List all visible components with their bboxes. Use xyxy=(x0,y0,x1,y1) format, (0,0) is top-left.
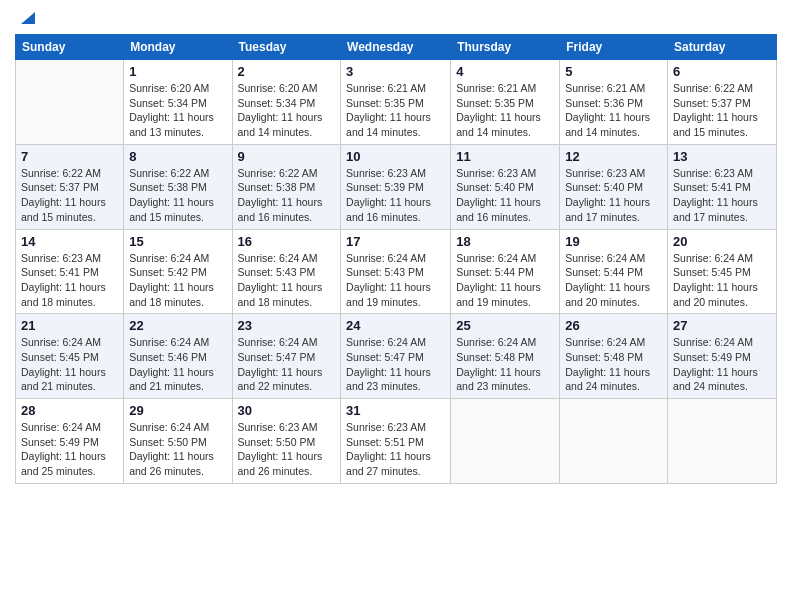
day-cell: 25Sunrise: 6:24 AMSunset: 5:48 PMDayligh… xyxy=(451,314,560,399)
day-cell xyxy=(451,399,560,484)
day-info: Sunrise: 6:24 AMSunset: 5:48 PMDaylight:… xyxy=(565,335,662,394)
day-cell: 12Sunrise: 6:23 AMSunset: 5:40 PMDayligh… xyxy=(560,144,668,229)
day-number: 5 xyxy=(565,64,662,79)
day-info: Sunrise: 6:24 AMSunset: 5:47 PMDaylight:… xyxy=(238,335,336,394)
day-info: Sunrise: 6:21 AMSunset: 5:36 PMDaylight:… xyxy=(565,81,662,140)
day-info: Sunrise: 6:23 AMSunset: 5:40 PMDaylight:… xyxy=(456,166,554,225)
day-cell: 14Sunrise: 6:23 AMSunset: 5:41 PMDayligh… xyxy=(16,229,124,314)
day-number: 9 xyxy=(238,149,336,164)
day-cell: 2Sunrise: 6:20 AMSunset: 5:34 PMDaylight… xyxy=(232,60,341,145)
day-info: Sunrise: 6:24 AMSunset: 5:49 PMDaylight:… xyxy=(673,335,771,394)
week-row-2: 7Sunrise: 6:22 AMSunset: 5:37 PMDaylight… xyxy=(16,144,777,229)
day-info: Sunrise: 6:20 AMSunset: 5:34 PMDaylight:… xyxy=(238,81,336,140)
day-number: 26 xyxy=(565,318,662,333)
header-row: SundayMondayTuesdayWednesdayThursdayFrid… xyxy=(16,35,777,60)
day-number: 28 xyxy=(21,403,118,418)
day-number: 30 xyxy=(238,403,336,418)
day-info: Sunrise: 6:24 AMSunset: 5:44 PMDaylight:… xyxy=(456,251,554,310)
day-info: Sunrise: 6:24 AMSunset: 5:46 PMDaylight:… xyxy=(129,335,226,394)
day-number: 8 xyxy=(129,149,226,164)
day-info: Sunrise: 6:24 AMSunset: 5:44 PMDaylight:… xyxy=(565,251,662,310)
day-number: 29 xyxy=(129,403,226,418)
week-row-3: 14Sunrise: 6:23 AMSunset: 5:41 PMDayligh… xyxy=(16,229,777,314)
day-number: 10 xyxy=(346,149,445,164)
day-number: 11 xyxy=(456,149,554,164)
day-cell: 22Sunrise: 6:24 AMSunset: 5:46 PMDayligh… xyxy=(124,314,232,399)
day-number: 7 xyxy=(21,149,118,164)
day-number: 15 xyxy=(129,234,226,249)
day-info: Sunrise: 6:24 AMSunset: 5:49 PMDaylight:… xyxy=(21,420,118,479)
header-saturday: Saturday xyxy=(668,35,777,60)
day-cell: 13Sunrise: 6:23 AMSunset: 5:41 PMDayligh… xyxy=(668,144,777,229)
day-info: Sunrise: 6:24 AMSunset: 5:50 PMDaylight:… xyxy=(129,420,226,479)
day-cell: 9Sunrise: 6:22 AMSunset: 5:38 PMDaylight… xyxy=(232,144,341,229)
day-number: 1 xyxy=(129,64,226,79)
day-info: Sunrise: 6:22 AMSunset: 5:38 PMDaylight:… xyxy=(129,166,226,225)
day-number: 4 xyxy=(456,64,554,79)
day-number: 21 xyxy=(21,318,118,333)
day-cell: 10Sunrise: 6:23 AMSunset: 5:39 PMDayligh… xyxy=(341,144,451,229)
day-number: 17 xyxy=(346,234,445,249)
day-number: 19 xyxy=(565,234,662,249)
day-cell: 18Sunrise: 6:24 AMSunset: 5:44 PMDayligh… xyxy=(451,229,560,314)
day-info: Sunrise: 6:24 AMSunset: 5:45 PMDaylight:… xyxy=(673,251,771,310)
header-friday: Friday xyxy=(560,35,668,60)
day-info: Sunrise: 6:23 AMSunset: 5:39 PMDaylight:… xyxy=(346,166,445,225)
header-wednesday: Wednesday xyxy=(341,35,451,60)
day-number: 12 xyxy=(565,149,662,164)
day-info: Sunrise: 6:24 AMSunset: 5:42 PMDaylight:… xyxy=(129,251,226,310)
day-info: Sunrise: 6:22 AMSunset: 5:38 PMDaylight:… xyxy=(238,166,336,225)
day-cell: 27Sunrise: 6:24 AMSunset: 5:49 PMDayligh… xyxy=(668,314,777,399)
day-cell xyxy=(560,399,668,484)
svg-marker-0 xyxy=(21,12,35,24)
calendar-table: SundayMondayTuesdayWednesdayThursdayFrid… xyxy=(15,34,777,484)
day-info: Sunrise: 6:20 AMSunset: 5:34 PMDaylight:… xyxy=(129,81,226,140)
header-monday: Monday xyxy=(124,35,232,60)
day-info: Sunrise: 6:24 AMSunset: 5:47 PMDaylight:… xyxy=(346,335,445,394)
week-row-5: 28Sunrise: 6:24 AMSunset: 5:49 PMDayligh… xyxy=(16,399,777,484)
day-cell xyxy=(16,60,124,145)
day-info: Sunrise: 6:23 AMSunset: 5:40 PMDaylight:… xyxy=(565,166,662,225)
day-cell: 28Sunrise: 6:24 AMSunset: 5:49 PMDayligh… xyxy=(16,399,124,484)
day-cell: 3Sunrise: 6:21 AMSunset: 5:35 PMDaylight… xyxy=(341,60,451,145)
day-info: Sunrise: 6:22 AMSunset: 5:37 PMDaylight:… xyxy=(673,81,771,140)
day-cell: 8Sunrise: 6:22 AMSunset: 5:38 PMDaylight… xyxy=(124,144,232,229)
header-thursday: Thursday xyxy=(451,35,560,60)
day-cell: 5Sunrise: 6:21 AMSunset: 5:36 PMDaylight… xyxy=(560,60,668,145)
day-number: 13 xyxy=(673,149,771,164)
day-info: Sunrise: 6:24 AMSunset: 5:43 PMDaylight:… xyxy=(346,251,445,310)
day-number: 14 xyxy=(21,234,118,249)
day-info: Sunrise: 6:22 AMSunset: 5:37 PMDaylight:… xyxy=(21,166,118,225)
page: SundayMondayTuesdayWednesdayThursdayFrid… xyxy=(0,0,792,612)
day-cell: 19Sunrise: 6:24 AMSunset: 5:44 PMDayligh… xyxy=(560,229,668,314)
day-info: Sunrise: 6:21 AMSunset: 5:35 PMDaylight:… xyxy=(346,81,445,140)
day-number: 3 xyxy=(346,64,445,79)
day-cell: 29Sunrise: 6:24 AMSunset: 5:50 PMDayligh… xyxy=(124,399,232,484)
day-cell: 20Sunrise: 6:24 AMSunset: 5:45 PMDayligh… xyxy=(668,229,777,314)
day-info: Sunrise: 6:24 AMSunset: 5:45 PMDaylight:… xyxy=(21,335,118,394)
day-cell: 26Sunrise: 6:24 AMSunset: 5:48 PMDayligh… xyxy=(560,314,668,399)
day-number: 31 xyxy=(346,403,445,418)
day-info: Sunrise: 6:24 AMSunset: 5:48 PMDaylight:… xyxy=(456,335,554,394)
day-cell: 23Sunrise: 6:24 AMSunset: 5:47 PMDayligh… xyxy=(232,314,341,399)
day-cell: 21Sunrise: 6:24 AMSunset: 5:45 PMDayligh… xyxy=(16,314,124,399)
week-row-1: 1Sunrise: 6:20 AMSunset: 5:34 PMDaylight… xyxy=(16,60,777,145)
day-info: Sunrise: 6:24 AMSunset: 5:43 PMDaylight:… xyxy=(238,251,336,310)
day-cell: 1Sunrise: 6:20 AMSunset: 5:34 PMDaylight… xyxy=(124,60,232,145)
day-cell: 15Sunrise: 6:24 AMSunset: 5:42 PMDayligh… xyxy=(124,229,232,314)
day-cell: 16Sunrise: 6:24 AMSunset: 5:43 PMDayligh… xyxy=(232,229,341,314)
header-tuesday: Tuesday xyxy=(232,35,341,60)
day-cell: 24Sunrise: 6:24 AMSunset: 5:47 PMDayligh… xyxy=(341,314,451,399)
day-cell: 7Sunrise: 6:22 AMSunset: 5:37 PMDaylight… xyxy=(16,144,124,229)
day-number: 18 xyxy=(456,234,554,249)
day-info: Sunrise: 6:23 AMSunset: 5:51 PMDaylight:… xyxy=(346,420,445,479)
logo xyxy=(15,10,35,26)
header xyxy=(15,10,777,26)
day-info: Sunrise: 6:23 AMSunset: 5:41 PMDaylight:… xyxy=(673,166,771,225)
day-info: Sunrise: 6:23 AMSunset: 5:50 PMDaylight:… xyxy=(238,420,336,479)
day-cell: 6Sunrise: 6:22 AMSunset: 5:37 PMDaylight… xyxy=(668,60,777,145)
day-number: 22 xyxy=(129,318,226,333)
day-info: Sunrise: 6:21 AMSunset: 5:35 PMDaylight:… xyxy=(456,81,554,140)
day-number: 24 xyxy=(346,318,445,333)
day-cell: 4Sunrise: 6:21 AMSunset: 5:35 PMDaylight… xyxy=(451,60,560,145)
